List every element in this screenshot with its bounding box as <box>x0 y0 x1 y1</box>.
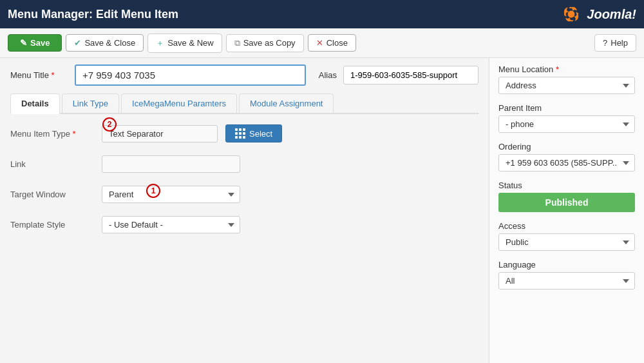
menu-location-select[interactable]: Address Main Menu Top Menu <box>498 77 635 94</box>
ordering-field: Ordering +1 959 603 6035 (585-SUPP... <box>498 142 635 172</box>
parent-item-select[interactable]: - phone - Root - Top <box>498 115 635 133</box>
header: Menu Manager: Edit Menu Item Joomla! <box>0 0 644 28</box>
tabs: 1 Details Link Type IceMegaMenu Paramter… <box>10 93 478 114</box>
target-window-row: Target Window Parent New Window With Nav… <box>10 186 478 203</box>
main-content: Menu Title 2 Alias 1 Details Link Type I… <box>0 58 644 363</box>
ordering-label: Ordering <box>498 142 635 152</box>
help-icon: ? <box>603 38 607 48</box>
tab-module-assignment[interactable]: Module Assignment <box>239 93 334 113</box>
x-icon: ✕ <box>316 38 323 48</box>
language-label: Language <box>498 260 635 270</box>
page-title: Menu Manager: Edit Menu Item <box>8 8 178 21</box>
badge-1: 1 <box>146 184 160 198</box>
menu-title-input[interactable] <box>75 64 306 86</box>
alias-label: Alias <box>319 70 337 80</box>
plus-icon: ＋ <box>156 37 164 49</box>
joomla-text: Joomla! <box>587 7 636 22</box>
alias-input[interactable] <box>343 66 478 84</box>
badge-2: 2 <box>102 117 117 132</box>
link-row: Link <box>10 155 478 173</box>
menu-location-label: Menu Location <box>498 64 635 74</box>
access-label: Access <box>498 221 635 231</box>
menu-title-row: Menu Title 2 Alias <box>10 64 478 86</box>
access-select[interactable]: Public Registered Special <box>498 233 635 251</box>
svg-point-0 <box>568 11 575 18</box>
menu-item-type-label: Menu Item Type <box>10 129 94 139</box>
copy-icon: ⧉ <box>234 38 240 48</box>
tab-link-type[interactable]: Link Type <box>62 93 119 113</box>
access-field: Access Public Registered Special <box>498 221 635 251</box>
template-style-select[interactable]: - Use Default - <box>102 216 240 233</box>
language-select[interactable]: All <box>498 272 635 289</box>
language-field: Language All <box>498 260 635 289</box>
save-close-button[interactable]: ✔ Save & Close <box>66 34 144 52</box>
left-panel: Menu Title 2 Alias 1 Details Link Type I… <box>0 58 489 363</box>
menu-item-type-input <box>102 125 218 142</box>
save-button[interactable]: ✎ Save <box>8 34 62 52</box>
status-button[interactable]: Published <box>498 193 635 212</box>
parent-item-label: Parent Item <box>498 103 635 113</box>
link-label: Link <box>10 159 94 169</box>
menu-location-field: Menu Location Address Main Menu Top Menu <box>498 64 635 94</box>
save-copy-button[interactable]: ⧉ Save as Copy <box>226 34 304 52</box>
tab-details[interactable]: Details <box>10 93 60 114</box>
toolbar: ✎ Save ✔ Save & Close ＋ Save & New ⧉ Sav… <box>0 28 644 58</box>
ordering-select[interactable]: +1 959 603 6035 (585-SUPP... <box>498 154 635 172</box>
template-style-row: Template Style - Use Default - <box>10 216 478 233</box>
target-window-label: Target Window <box>10 190 94 199</box>
check-icon: ✔ <box>74 38 81 48</box>
save-icon: ✎ <box>20 38 27 48</box>
joomla-logo: Joomla! <box>560 3 636 26</box>
select-button[interactable]: Select <box>225 124 282 142</box>
save-new-button[interactable]: ＋ Save & New <box>147 34 222 53</box>
tab-icemegamenu[interactable]: IceMegaMenu Paramters <box>121 93 237 113</box>
link-input[interactable] <box>102 155 240 173</box>
target-window-select[interactable]: Parent New Window With Navigation New Wi… <box>102 186 240 203</box>
right-panel: Menu Location Address Main Menu Top Menu… <box>489 58 644 363</box>
template-style-label: Template Style <box>10 220 94 230</box>
close-button[interactable]: ✕ Close <box>308 34 356 52</box>
status-label: Status <box>498 181 635 190</box>
help-button[interactable]: ? Help <box>594 34 636 52</box>
menu-item-type-row: Menu Item Type Select <box>10 124 478 142</box>
menu-title-label: Menu Title <box>10 70 68 80</box>
status-field: Status Published <box>498 181 635 212</box>
grid-icon <box>235 128 245 139</box>
parent-item-field: Parent Item - phone - Root - Top <box>498 103 635 133</box>
